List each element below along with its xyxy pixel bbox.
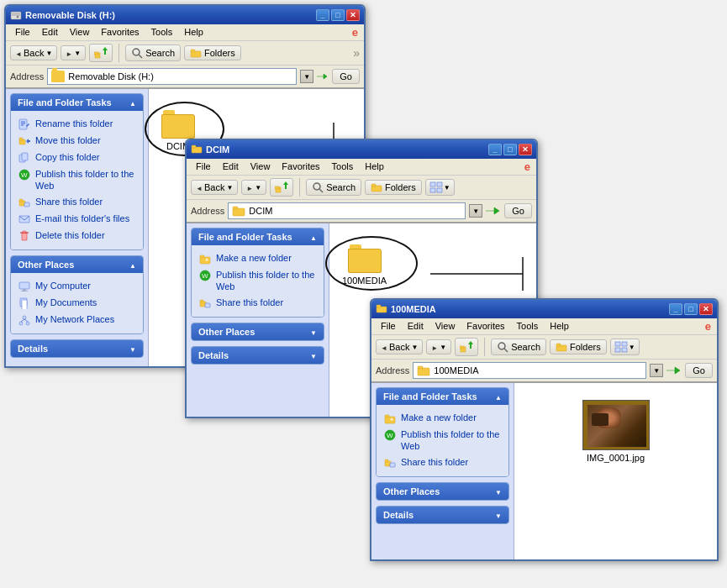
menu-edit-1[interactable]: Edit	[37, 26, 63, 39]
forward-arrow-icon-1	[66, 48, 72, 58]
minimize-btn-1[interactable]: _	[316, 9, 329, 21]
views-btn-2[interactable]: ▼	[425, 179, 455, 196]
my-computer-item[interactable]: My Computer	[18, 278, 136, 295]
back-arrow-icon-3	[381, 342, 387, 352]
file-folder-tasks-header-2[interactable]: File and Folder Tasks	[192, 228, 324, 245]
addr-dropdown-3[interactable]: ▼	[650, 364, 663, 377]
delete-icon	[18, 229, 31, 243]
title-bar-2[interactable]: DCIM _ □ ✕	[187, 140, 536, 159]
addr-dropdown-1[interactable]: ▼	[300, 70, 313, 83]
back-btn-2[interactable]: Back ▼	[191, 180, 238, 195]
winxp-logo-2: e	[524, 160, 530, 173]
address-input-2[interactable]: DCIM	[228, 202, 466, 219]
share-icon	[18, 196, 31, 209]
forward-arrow-icon-2	[246, 182, 253, 192]
make-folder-item-2[interactable]: + Make a new folder	[198, 250, 317, 267]
menu-file-2[interactable]: File	[191, 160, 216, 173]
file-folder-tasks-header-1[interactable]: File and Folder Tasks	[11, 94, 143, 111]
copy-folder-item[interactable]: Copy this folder	[18, 150, 136, 166]
address-input-1[interactable]: Removable Disk (H:)	[47, 68, 297, 85]
menu-tools-1[interactable]: Tools	[146, 26, 178, 39]
menu-help-1[interactable]: Help	[179, 26, 208, 39]
menu-view-2[interactable]: View	[245, 160, 276, 173]
maximize-btn-2[interactable]: □	[503, 144, 517, 155]
menu-favorites-3[interactable]: Favorites	[461, 320, 509, 333]
forward-btn-1[interactable]: ▼	[61, 45, 86, 60]
forward-btn-2[interactable]: ▼	[241, 180, 266, 195]
menu-help-3[interactable]: Help	[545, 320, 574, 333]
share-folder-item-2[interactable]: Share this folder	[198, 295, 317, 312]
menu-view-3[interactable]: View	[430, 320, 461, 333]
menu-view-1[interactable]: View	[65, 26, 95, 39]
move-folder-item[interactable]: Move this folder	[18, 133, 136, 150]
sep-1	[119, 44, 119, 62]
menu-help-2[interactable]: Help	[360, 160, 389, 173]
folders-btn-2[interactable]: Folders	[365, 180, 422, 195]
close-btn-3[interactable]: ✕	[699, 303, 713, 315]
go-btn-3[interactable]: Go	[685, 363, 713, 378]
publish-folder-item[interactable]: W Publish this folder to theWeb	[18, 166, 136, 194]
publish-label-2: Publish this folder to theWeb	[216, 269, 314, 293]
title-bar-3[interactable]: 100MEDIA _ □ ✕	[371, 300, 717, 318]
close-btn-2[interactable]: ✕	[519, 144, 532, 155]
other-places-header-1[interactable]: Other Places	[11, 256, 143, 273]
window-100media[interactable]: 100MEDIA _ □ ✕ File Edit View Favorites …	[370, 298, 719, 561]
close-btn-1[interactable]: ✕	[346, 9, 360, 21]
details-header-1[interactable]: Details	[11, 340, 143, 357]
back-btn-1[interactable]: Back ▼	[10, 45, 57, 60]
folders-btn-1[interactable]: Folders	[184, 45, 241, 60]
minimize-btn-2[interactable]: _	[488, 144, 502, 155]
delete-folder-item[interactable]: Delete this folder	[18, 228, 136, 244]
address-input-3[interactable]: 100MEDIA	[413, 362, 646, 379]
make-folder-item-3[interactable]: + Make a new folder	[383, 410, 502, 427]
other-places-header-2[interactable]: Other Places	[192, 323, 324, 340]
up-btn-2[interactable]	[270, 178, 293, 197]
other-places-header-3[interactable]: Other Places	[377, 483, 508, 500]
menu-favorites-1[interactable]: Favorites	[96, 26, 144, 39]
forward-btn-3[interactable]: ▼	[426, 339, 451, 354]
menu-edit-3[interactable]: Edit	[403, 320, 429, 333]
left-panel-3: File and Folder Tasks + Make a new folde…	[371, 383, 514, 559]
search-btn-2[interactable]: Search	[306, 179, 361, 196]
100media-folder[interactable]: 100MEDIA	[338, 240, 391, 290]
menu-tools-3[interactable]: Tools	[512, 320, 544, 333]
publish-folder-item-2[interactable]: W Publish this folder to theWeb	[198, 267, 317, 295]
menu-bar-1: File Edit View Favorites Tools Help e	[6, 24, 364, 41]
menu-edit-2[interactable]: Edit	[218, 160, 244, 173]
folders-btn-3[interactable]: Folders	[550, 339, 607, 354]
menu-file-1[interactable]: File	[10, 26, 35, 39]
my-network-item[interactable]: My Network Places	[18, 312, 136, 328]
svg-line-43	[319, 189, 323, 192]
image-item[interactable]: IMG_0001.jpg	[523, 400, 709, 463]
svg-rect-83	[390, 463, 395, 467]
my-documents-item[interactable]: My Documents	[18, 295, 136, 312]
maximize-btn-3[interactable]: □	[684, 303, 698, 315]
minimize-btn-3[interactable]: _	[669, 303, 682, 315]
email-folder-item[interactable]: E-mail this folder's files	[18, 211, 136, 228]
back-btn-3[interactable]: Back ▼	[376, 339, 423, 354]
publish-folder-item-3[interactable]: W Publish this folder to theWeb	[383, 427, 502, 454]
search-icon-1	[131, 47, 143, 59]
title-bar-1[interactable]: Removable Disk (H:) _ □ ✕	[6, 6, 364, 24]
menu-favorites-2[interactable]: Favorites	[277, 160, 324, 173]
details-header-3[interactable]: Details	[377, 507, 508, 523]
100media-folder-icon	[348, 244, 382, 273]
search-btn-1[interactable]: Search	[125, 45, 181, 61]
maximize-btn-1[interactable]: □	[331, 9, 345, 21]
toolbar-more-1[interactable]: »	[353, 46, 360, 60]
go-btn-2[interactable]: Go	[504, 203, 532, 218]
addr-dropdown-2[interactable]: ▼	[469, 204, 482, 218]
rename-folder-item[interactable]: Rename this folder	[18, 116, 136, 133]
up-btn-3[interactable]	[455, 338, 478, 356]
menu-tools-2[interactable]: Tools	[327, 160, 359, 173]
share-folder-item[interactable]: Share this folder	[18, 194, 136, 211]
up-btn-1[interactable]	[89, 44, 113, 62]
details-header-2[interactable]: Details	[192, 347, 324, 364]
go-btn-1[interactable]: Go	[332, 69, 360, 84]
file-folder-tasks-header-3[interactable]: File and Folder Tasks	[377, 388, 508, 405]
search-btn-3[interactable]: Search	[491, 339, 546, 355]
views-btn-3[interactable]: ▼	[610, 339, 640, 355]
share-folder-item-3[interactable]: Share this folder	[383, 454, 502, 471]
address-label-1: Address	[10, 71, 44, 81]
menu-file-3[interactable]: File	[376, 320, 401, 333]
